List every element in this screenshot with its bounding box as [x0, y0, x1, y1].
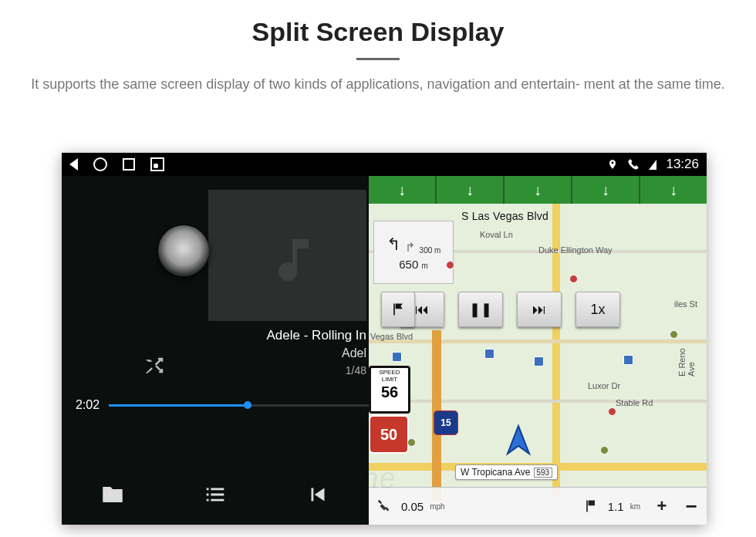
- track-artist: Adel: [239, 345, 366, 362]
- poi-food-icon[interactable]: [608, 407, 616, 416]
- map-speed-1x-button[interactable]: 1x: [575, 292, 620, 327]
- tropicana-number: 593: [534, 468, 553, 478]
- lane-guidance: ↓ ↓ ↓ ↓ ↓: [369, 176, 707, 204]
- interstate-shield: 15: [434, 410, 458, 435]
- speed-limit-sign: SPEED LIMIT 56: [369, 366, 410, 414]
- elapsed-time: 2:02: [76, 398, 100, 412]
- speed-value: 56: [371, 383, 408, 400]
- map-flag-button[interactable]: [381, 292, 415, 327]
- poi-icon[interactable]: [600, 446, 609, 454]
- phone-icon: [627, 158, 640, 171]
- clock: 13:26: [666, 157, 699, 172]
- lane-arrow-icon: ↓: [670, 181, 677, 199]
- poi-icon[interactable]: [407, 438, 416, 447]
- poi-hotel-icon[interactable]: [534, 356, 544, 366]
- screenshot-notification-icon[interactable]: [150, 157, 164, 171]
- map-next-button[interactable]: ⏭: [517, 292, 562, 327]
- turn-left-icon: ↰: [386, 235, 400, 255]
- location-icon: [607, 157, 618, 171]
- album-art-placeholder: [208, 190, 366, 321]
- volume-knob[interactable]: [158, 225, 209, 276]
- lane-arrow-icon: ↓: [602, 181, 609, 199]
- turn-distance-unit: m: [421, 262, 427, 270]
- title-divider: [356, 58, 400, 60]
- poi-hotel-icon[interactable]: [484, 349, 494, 359]
- tropicana-text: W Tropicana Ave: [461, 467, 531, 478]
- page-subtitle: It supports the same screen display of t…: [31, 74, 725, 95]
- current-road-label: S Las Vegas Blvd: [461, 210, 548, 222]
- street-giles: iles St: [674, 299, 697, 309]
- satellite-icon[interactable]: [373, 495, 395, 517]
- navigation-app-panel: ↓ ↓ ↓ ↓ ↓ S Las Vegas Blvd ↰ ↱ 300 m 650…: [369, 176, 707, 525]
- page-title: Split Screen Display: [0, 0, 756, 47]
- lane-arrow-icon: ↓: [398, 181, 406, 199]
- zoom-out-button[interactable]: −: [680, 495, 702, 517]
- street-stable: Stable Rd: [616, 398, 653, 407]
- track-info: Adele - Rolling In Adel 1/48: [239, 326, 366, 379]
- watermark: Seliane: [293, 462, 397, 495]
- street-duke: Duke Ellington Way: [538, 245, 613, 255]
- street-luxor: Luxor Dr: [588, 381, 620, 390]
- road-secondary: [369, 339, 707, 343]
- android-status-bar: 13:26: [62, 153, 707, 176]
- turn-distance: 650: [399, 258, 418, 271]
- poi-hotel-icon[interactable]: [623, 355, 633, 365]
- shuffle-button[interactable]: [143, 355, 166, 381]
- street-koval: Koval Ln: [480, 230, 513, 239]
- track-title: Adele - Rolling In: [239, 326, 366, 345]
- home-icon[interactable]: [93, 157, 107, 171]
- device-screenshot: 13:26 Adele - Rolling In Adel 1/48 2:02: [62, 153, 707, 525]
- turn-instruction-box: ↰ ↱ 300 m 650 m: [373, 221, 454, 284]
- tropicana-label: W Tropicana Ave593: [455, 464, 558, 480]
- speed-label-2: LIMIT: [371, 377, 408, 383]
- folder-button[interactable]: [62, 464, 164, 525]
- map-pause-button[interactable]: ❚❚: [458, 292, 503, 327]
- current-position-arrow: [500, 423, 537, 460]
- wifi-icon: [649, 160, 656, 170]
- street-reno: E Reno Ave: [677, 347, 696, 377]
- lane-arrow-icon: ↓: [534, 181, 542, 199]
- back-icon[interactable]: [69, 158, 78, 171]
- bottom-speed-value: 0.05: [401, 500, 424, 513]
- minor-road-2: [369, 400, 707, 403]
- zoom-in-button[interactable]: +: [651, 495, 673, 517]
- bottom-distance-unit: km: [630, 502, 640, 511]
- route-shield: 50: [369, 415, 409, 454]
- music-note-icon: [265, 232, 311, 279]
- poi-food-icon[interactable]: [446, 261, 454, 269]
- lane-arrow-icon: ↓: [466, 181, 474, 199]
- map-bottom-bar: 0.05 mph 1.1 km + −: [369, 487, 707, 525]
- turn-hint-distance: 300 m: [420, 246, 441, 255]
- track-index: 1/48: [239, 363, 366, 379]
- playlist-button[interactable]: [164, 464, 267, 525]
- poi-icon[interactable]: [670, 330, 678, 339]
- recent-apps-icon[interactable]: [123, 158, 135, 171]
- street-vegasblvd: Vegas Blvd: [370, 332, 413, 341]
- destination-flag-icon: [580, 495, 602, 517]
- progress-bar[interactable]: [109, 404, 369, 407]
- poi-hotel-icon[interactable]: [392, 352, 402, 362]
- bottom-distance-value: 1.1: [608, 500, 624, 513]
- map-controls-row: ⏮ ❚❚ ⏭ 1x: [400, 292, 620, 327]
- progress-row: 2:02: [76, 398, 369, 412]
- poi-food-icon[interactable]: [569, 275, 578, 283]
- turn-right-icon: ↱: [405, 240, 415, 255]
- bottom-speed-unit: mph: [430, 502, 444, 511]
